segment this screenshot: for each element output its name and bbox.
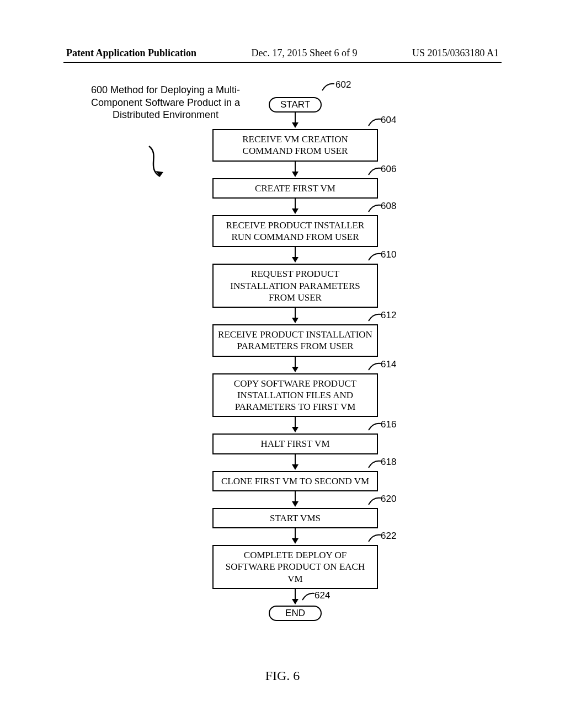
ref-num-610: 610 (381, 249, 396, 260)
down-arrow-icon (290, 357, 301, 372)
flow-arrow: 616 (204, 417, 386, 433)
svg-marker-8 (292, 257, 299, 263)
ref-num-604: 604 (381, 115, 396, 126)
header-right: US 2015/0363180 A1 (412, 47, 499, 59)
down-arrow-icon (290, 162, 301, 177)
flow-node-610: REQUEST PRODUCT INSTALLATION PARAMETERS … (212, 264, 378, 308)
flow-node-606: CREATE FIRST VM (212, 178, 378, 199)
pointer-arrow-icon (143, 143, 177, 188)
svg-marker-16 (292, 464, 299, 470)
svg-marker-22 (292, 599, 299, 604)
ref-tick-icon (367, 117, 382, 127)
down-arrow-icon (290, 589, 301, 604)
flowchart: 602START604RECEIVE VM CREATION COMMAND F… (204, 97, 386, 621)
flow-arrow: 622 (204, 528, 386, 545)
ref-tick-icon (367, 251, 382, 261)
flow-arrow: 624 (204, 589, 386, 606)
ref-tick-icon (367, 459, 382, 469)
down-arrow-icon (290, 308, 301, 323)
flow-arrow: 620 (204, 491, 386, 508)
page-header: Patent Application Publication Dec. 17, … (66, 47, 499, 59)
ref-tick-icon (367, 166, 382, 176)
ref-num-602: 602 (335, 79, 351, 90)
flow-node-602: START (269, 97, 322, 113)
ref-tick-icon (367, 421, 382, 431)
ref-num-614: 614 (381, 359, 396, 370)
ref-tick-icon (367, 533, 382, 543)
svg-marker-4 (292, 172, 299, 177)
ref-num-624: 624 (315, 590, 330, 601)
ref-tick-icon (367, 361, 382, 371)
flow-node-620: START VMS (212, 508, 378, 528)
ref-tick-icon (367, 496, 382, 506)
flow-arrow: 610 (204, 247, 386, 264)
flow-arrow: 614 (204, 357, 386, 373)
ref-tick-icon (367, 203, 382, 213)
header-center: Dec. 17, 2015 Sheet 6 of 9 (252, 47, 358, 59)
ref-tick-icon (321, 82, 335, 92)
svg-marker-12 (292, 367, 299, 372)
down-arrow-icon (290, 113, 301, 128)
down-arrow-icon (290, 491, 301, 507)
flow-node-604: RECEIVE VM CREATION COMMAND FROM USER (212, 129, 378, 162)
svg-marker-6 (292, 208, 299, 214)
flow-node-624: END (269, 606, 322, 621)
down-arrow-icon (290, 199, 301, 214)
flow-arrow: 612 (204, 308, 386, 324)
flow-node-608: RECEIVE PRODUCT INSTALLER RUN COMMAND FR… (212, 215, 378, 248)
flow-arrow: 618 (204, 454, 386, 471)
ref-tick-icon (301, 591, 316, 601)
ref-num-620: 620 (381, 494, 396, 505)
svg-marker-14 (292, 427, 299, 432)
svg-marker-10 (292, 318, 299, 323)
flow-node-614: COPY SOFTWARE PRODUCT INSTALLATION FILES… (212, 373, 378, 417)
flow-arrow: 606 (204, 162, 386, 178)
ref-num-608: 608 (381, 201, 396, 212)
ref-num-606: 606 (381, 164, 396, 175)
flow-node-622: COMPLETE DEPLOY OF SOFTWARE PRODUCT ON E… (212, 545, 378, 589)
figure-label: FIG. 6 (0, 668, 565, 683)
down-arrow-icon (290, 454, 301, 470)
flow-node-618: CLONE FIRST VM TO SECOND VM (212, 471, 378, 491)
flow-arrow: 604 (204, 113, 386, 129)
ref-num-616: 616 (381, 419, 396, 430)
down-arrow-icon (290, 417, 301, 432)
down-arrow-icon (290, 528, 301, 544)
ref-num-622: 622 (381, 531, 396, 542)
header-left: Patent Application Publication (66, 47, 196, 59)
ref-num-612: 612 (381, 310, 396, 321)
header-rule (63, 62, 502, 63)
flow-arrow: 608 (204, 199, 386, 215)
ref-num-618: 618 (381, 457, 396, 468)
svg-marker-2 (292, 122, 299, 128)
svg-marker-20 (292, 538, 299, 544)
flow-node-612: RECEIVE PRODUCT INSTALLATION PARAMETERS … (212, 324, 378, 357)
svg-marker-18 (292, 501, 299, 507)
page: Patent Application Publication Dec. 17, … (0, 0, 565, 728)
down-arrow-icon (290, 247, 301, 263)
flow-node-616: HALT FIRST VM (212, 433, 378, 454)
ref-tick-icon (367, 312, 382, 322)
